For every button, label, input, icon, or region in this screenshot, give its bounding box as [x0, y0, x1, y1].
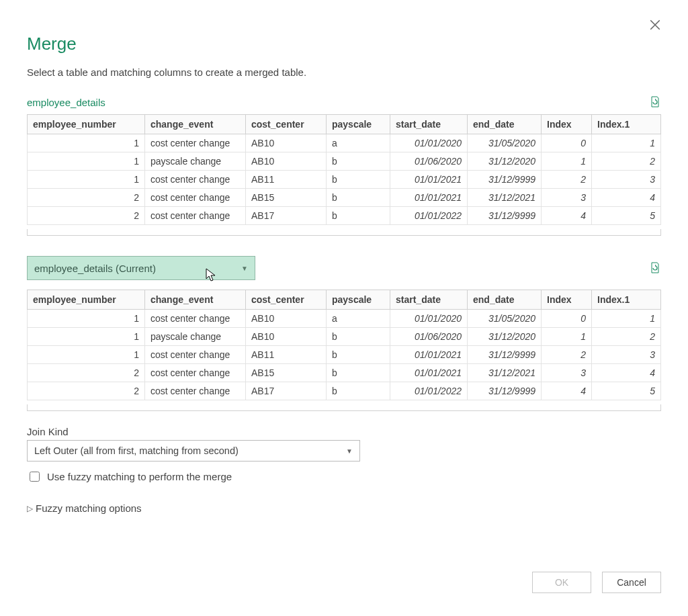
column-header[interactable]: employee_number: [28, 115, 145, 134]
table-cell[interactable]: b: [327, 328, 390, 346]
table-cell[interactable]: AB11: [246, 171, 327, 189]
table-cell[interactable]: b: [327, 207, 390, 225]
table-cell[interactable]: 1: [28, 171, 145, 189]
table-row[interactable]: 2cost center changeAB15b01/01/202131/12/…: [28, 364, 661, 382]
table-cell[interactable]: 01/01/2022: [390, 382, 468, 400]
table-cell[interactable]: 4: [592, 189, 661, 207]
table-row[interactable]: 1cost center changeAB10a01/01/202031/05/…: [28, 310, 661, 328]
table-row[interactable]: 1payscale changeAB10b01/06/202031/12/202…: [28, 152, 661, 171]
table-cell[interactable]: 2: [542, 346, 592, 364]
table-cell[interactable]: cost center change: [145, 207, 246, 225]
table-cell[interactable]: 01/06/2020: [390, 152, 468, 171]
table-row[interactable]: 1payscale changeAB10b01/06/202031/12/202…: [28, 328, 661, 346]
table-cell[interactable]: 1: [28, 152, 145, 171]
table-cell[interactable]: 4: [592, 364, 661, 382]
column-header[interactable]: Index: [542, 115, 592, 134]
table-scrollbar[interactable]: [27, 229, 661, 236]
table-row[interactable]: 2cost center changeAB17b01/01/202231/12/…: [28, 382, 661, 400]
table-cell[interactable]: 5: [592, 207, 661, 225]
column-header[interactable]: Index.1: [592, 115, 661, 134]
primary-preview-table[interactable]: employee_numberchange_eventcost_centerpa…: [27, 114, 661, 225]
table-cell[interactable]: 2: [28, 189, 145, 207]
fuzzy-matching-checkbox[interactable]: [30, 472, 40, 482]
table-cell[interactable]: 1: [28, 328, 145, 346]
column-header[interactable]: end_date: [468, 115, 542, 134]
table-cell[interactable]: AB15: [246, 364, 327, 382]
close-icon[interactable]: [649, 19, 661, 34]
table-cell[interactable]: AB10: [246, 310, 327, 328]
column-header[interactable]: employee_number: [28, 290, 145, 310]
table-cell[interactable]: 2: [28, 382, 145, 400]
table-cell[interactable]: cost center change: [145, 346, 246, 364]
table-cell[interactable]: 2: [28, 207, 145, 225]
table-cell[interactable]: 31/05/2020: [468, 134, 542, 152]
table-cell[interactable]: 31/12/2020: [468, 152, 542, 171]
table-cell[interactable]: AB10: [246, 152, 327, 171]
table-row[interactable]: 1cost center changeAB11b01/01/202131/12/…: [28, 346, 661, 364]
table-cell[interactable]: 31/12/9999: [468, 171, 542, 189]
table-row[interactable]: 1cost center changeAB10a01/01/202031/05/…: [28, 134, 661, 152]
column-header[interactable]: payscale: [327, 290, 390, 310]
table-cell[interactable]: 31/12/9999: [468, 346, 542, 364]
table-cell[interactable]: AB10: [246, 134, 327, 152]
table-cell[interactable]: 3: [592, 171, 661, 189]
table-cell[interactable]: 0: [542, 134, 592, 152]
table-cell[interactable]: b: [327, 364, 390, 382]
table-cell[interactable]: 31/12/2021: [468, 364, 542, 382]
table-cell[interactable]: 1: [28, 346, 145, 364]
table-cell[interactable]: 4: [542, 382, 592, 400]
table-cell[interactable]: cost center change: [145, 364, 246, 382]
table-cell[interactable]: AB17: [246, 207, 327, 225]
join-kind-dropdown[interactable]: Left Outer (all from first, matching fro…: [27, 440, 360, 461]
table-cell[interactable]: 1: [28, 134, 145, 152]
table-cell[interactable]: 01/01/2020: [390, 134, 468, 152]
table-cell[interactable]: 5: [592, 382, 661, 400]
table-cell[interactable]: 2: [28, 364, 145, 382]
table-row[interactable]: 1cost center changeAB11b01/01/202131/12/…: [28, 171, 661, 189]
table-cell[interactable]: cost center change: [145, 189, 246, 207]
column-header[interactable]: start_date: [390, 115, 468, 134]
table-cell[interactable]: cost center change: [145, 171, 246, 189]
table-cell[interactable]: a: [327, 134, 390, 152]
table-scrollbar[interactable]: [27, 404, 661, 411]
column-header[interactable]: change_event: [145, 290, 246, 310]
table-cell[interactable]: AB11: [246, 346, 327, 364]
table-cell[interactable]: 01/06/2020: [390, 328, 468, 346]
table-cell[interactable]: payscale change: [145, 328, 246, 346]
table-cell[interactable]: a: [327, 310, 390, 328]
column-header[interactable]: Index.1: [592, 290, 661, 310]
column-header[interactable]: start_date: [390, 290, 468, 310]
table-cell[interactable]: 01/01/2022: [390, 207, 468, 225]
fuzzy-options-expander[interactable]: ▷ Fuzzy matching options: [27, 502, 661, 514]
column-header[interactable]: cost_center: [246, 115, 327, 134]
table-cell[interactable]: 01/01/2020: [390, 310, 468, 328]
table-cell[interactable]: 01/01/2021: [390, 364, 468, 382]
table-cell[interactable]: 31/12/2021: [468, 189, 542, 207]
table-cell[interactable]: cost center change: [145, 310, 246, 328]
table-cell[interactable]: 1: [28, 310, 145, 328]
column-header[interactable]: Index: [542, 290, 592, 310]
table-cell[interactable]: AB10: [246, 328, 327, 346]
table-cell[interactable]: b: [327, 382, 390, 400]
secondary-preview-table[interactable]: employee_numberchange_eventcost_centerpa…: [27, 290, 661, 400]
table-cell[interactable]: 3: [542, 364, 592, 382]
table-cell[interactable]: payscale change: [145, 152, 246, 171]
table-cell[interactable]: 4: [542, 207, 592, 225]
column-header[interactable]: change_event: [145, 115, 246, 134]
table-cell[interactable]: 1: [542, 328, 592, 346]
refresh-icon[interactable]: [649, 95, 661, 109]
table-cell[interactable]: b: [327, 152, 390, 171]
table-cell[interactable]: 31/12/9999: [468, 382, 542, 400]
secondary-table-dropdown[interactable]: employee_details (Current) ▼: [27, 256, 255, 280]
table-cell[interactable]: 1: [592, 310, 661, 328]
table-cell[interactable]: b: [327, 189, 390, 207]
table-cell[interactable]: 2: [592, 152, 661, 171]
table-cell[interactable]: 2: [592, 328, 661, 346]
table-cell[interactable]: 3: [592, 346, 661, 364]
table-row[interactable]: 2cost center changeAB17b01/01/202231/12/…: [28, 207, 661, 225]
table-cell[interactable]: 31/12/2020: [468, 328, 542, 346]
table-cell[interactable]: 01/01/2021: [390, 346, 468, 364]
ok-button[interactable]: OK: [532, 572, 591, 593]
refresh-icon[interactable]: [649, 261, 661, 275]
fuzzy-matching-checkbox-row[interactable]: Use fuzzy matching to perform the merge: [27, 470, 661, 484]
